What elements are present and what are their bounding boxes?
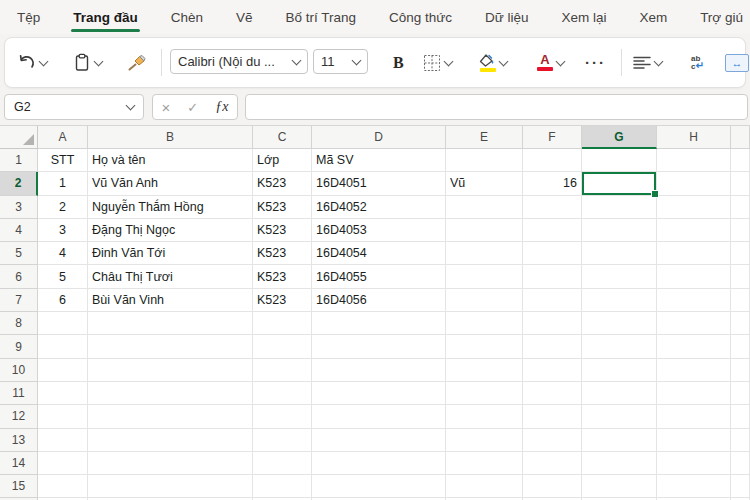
cell-B1[interactable]: Họ và tên bbox=[88, 149, 253, 172]
cell-H7[interactable] bbox=[657, 289, 731, 312]
cell-H15[interactable] bbox=[657, 475, 731, 498]
cell-partial[interactable] bbox=[731, 149, 750, 172]
cell-B2[interactable]: Vũ Văn Anh bbox=[88, 172, 253, 195]
cell-partial[interactable] bbox=[731, 475, 750, 498]
col-header-partial[interactable] bbox=[731, 126, 750, 149]
cell-G1[interactable] bbox=[582, 149, 657, 172]
cell-C10[interactable] bbox=[253, 359, 312, 382]
cell-B3[interactable]: Nguyễn Thắm Hồng bbox=[88, 196, 253, 219]
tab-xem-lai[interactable]: Xem lại bbox=[558, 0, 609, 34]
cell-D3[interactable]: 16D4052 bbox=[312, 196, 446, 219]
cell-F8[interactable] bbox=[523, 312, 582, 335]
row-header-11[interactable]: 11 bbox=[0, 382, 38, 405]
cell-C11[interactable] bbox=[253, 382, 312, 405]
col-header-B[interactable]: B bbox=[88, 126, 253, 149]
row-header-8[interactable]: 8 bbox=[0, 312, 38, 335]
paste-button[interactable] bbox=[73, 38, 102, 87]
row-header-1[interactable]: 1 bbox=[0, 149, 38, 172]
cell-D11[interactable] bbox=[312, 382, 446, 405]
cell-H10[interactable] bbox=[657, 359, 731, 382]
cell-A14[interactable] bbox=[38, 452, 88, 475]
select-all-corner[interactable] bbox=[0, 126, 38, 149]
cell-partial[interactable] bbox=[731, 312, 750, 335]
col-header-D[interactable]: D bbox=[312, 126, 446, 149]
col-header-A[interactable]: A bbox=[38, 126, 88, 149]
cell-A6[interactable]: 5 bbox=[38, 265, 88, 288]
cell-partial[interactable] bbox=[731, 429, 750, 452]
tab-cong-thuc[interactable]: Công thức bbox=[386, 0, 455, 34]
cell-D8[interactable] bbox=[312, 312, 446, 335]
wrap-text-button[interactable]: ab c↵ bbox=[691, 38, 704, 87]
cell-F14[interactable] bbox=[523, 452, 582, 475]
cell-A7[interactable]: 6 bbox=[38, 289, 88, 312]
cell-F3[interactable] bbox=[523, 196, 582, 219]
cell-F11[interactable] bbox=[523, 382, 582, 405]
format-painter-button[interactable] bbox=[127, 38, 147, 87]
cell-E9[interactable] bbox=[446, 335, 523, 358]
cell-B5[interactable]: Đinh Văn Tới bbox=[88, 242, 253, 265]
row-header-12[interactable]: 12 bbox=[0, 405, 38, 428]
borders-button[interactable] bbox=[423, 38, 452, 87]
cell-D2[interactable]: 16D4051 bbox=[312, 172, 446, 195]
cell-C13[interactable] bbox=[253, 429, 312, 452]
font-color-button[interactable]: A bbox=[537, 38, 564, 87]
cell-B4[interactable]: Đặng Thị Ngọc bbox=[88, 219, 253, 242]
cell-G15[interactable] bbox=[582, 475, 657, 498]
cell-C3[interactable]: K523 bbox=[253, 196, 312, 219]
cell-H4[interactable] bbox=[657, 219, 731, 242]
cell-E5[interactable] bbox=[446, 242, 523, 265]
cell-H1[interactable] bbox=[657, 149, 731, 172]
cell-D10[interactable] bbox=[312, 359, 446, 382]
font-name-select[interactable]: Calibri (Nội du ... bbox=[170, 49, 308, 74]
cell-partial[interactable] bbox=[731, 265, 750, 288]
cell-F7[interactable] bbox=[523, 289, 582, 312]
cell-C14[interactable] bbox=[253, 452, 312, 475]
cell-E13[interactable] bbox=[446, 429, 523, 452]
cell-F9[interactable] bbox=[523, 335, 582, 358]
cell-partial[interactable] bbox=[731, 382, 750, 405]
cell-F5[interactable] bbox=[523, 242, 582, 265]
cell-B14[interactable] bbox=[88, 452, 253, 475]
cell-E4[interactable] bbox=[446, 219, 523, 242]
tab-chen[interactable]: Chèn bbox=[168, 0, 206, 34]
cell-H2[interactable] bbox=[657, 172, 731, 195]
cell-A11[interactable] bbox=[38, 382, 88, 405]
cell-partial[interactable] bbox=[731, 452, 750, 475]
cell-C6[interactable]: K523 bbox=[253, 265, 312, 288]
cell-D12[interactable] bbox=[312, 405, 446, 428]
cell-D13[interactable] bbox=[312, 429, 446, 452]
cell-E1[interactable] bbox=[446, 149, 523, 172]
cell-H5[interactable] bbox=[657, 242, 731, 265]
cell-F10[interactable] bbox=[523, 359, 582, 382]
cell-partial[interactable] bbox=[731, 289, 750, 312]
cell-H11[interactable] bbox=[657, 382, 731, 405]
tab-xem[interactable]: Xem bbox=[636, 0, 670, 34]
undo-button[interactable] bbox=[17, 38, 47, 87]
col-header-C[interactable]: C bbox=[253, 126, 312, 149]
cell-H3[interactable] bbox=[657, 196, 731, 219]
cell-A13[interactable] bbox=[38, 429, 88, 452]
cell-B11[interactable] bbox=[88, 382, 253, 405]
cell-D5[interactable]: 16D4054 bbox=[312, 242, 446, 265]
cell-partial[interactable] bbox=[731, 196, 750, 219]
cell-F12[interactable] bbox=[523, 405, 582, 428]
row-header-14[interactable]: 14 bbox=[0, 452, 38, 475]
cell-D14[interactable] bbox=[312, 452, 446, 475]
cell-G4[interactable] bbox=[582, 219, 657, 242]
cell-E3[interactable] bbox=[446, 196, 523, 219]
cell-D15[interactable] bbox=[312, 475, 446, 498]
cell-G11[interactable] bbox=[582, 382, 657, 405]
cell-G8[interactable] bbox=[582, 312, 657, 335]
cell-partial[interactable] bbox=[731, 359, 750, 382]
cell-A3[interactable]: 2 bbox=[38, 196, 88, 219]
cell-B6[interactable]: Châu Thị Tươi bbox=[88, 265, 253, 288]
col-header-G[interactable]: G bbox=[582, 126, 657, 149]
cell-E6[interactable] bbox=[446, 265, 523, 288]
cell-A12[interactable] bbox=[38, 405, 88, 428]
cell-G3[interactable] bbox=[582, 196, 657, 219]
cell-G9[interactable] bbox=[582, 335, 657, 358]
cell-partial[interactable] bbox=[731, 219, 750, 242]
cell-B15[interactable] bbox=[88, 475, 253, 498]
cell-C4[interactable]: K523 bbox=[253, 219, 312, 242]
tab-bo-tri-trang[interactable]: Bố trí Trang bbox=[282, 0, 359, 34]
